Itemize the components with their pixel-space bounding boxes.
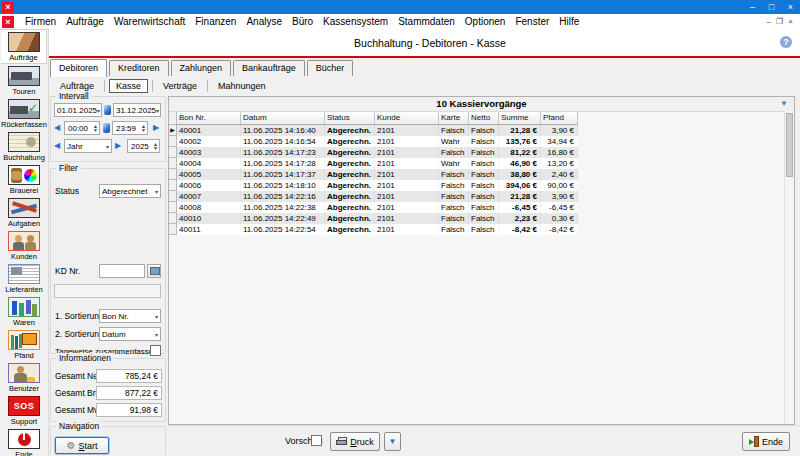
sidebar-item-touren[interactable]: Touren xyxy=(1,64,47,97)
tab-bankauftr-ge[interactable]: Bankaufträge xyxy=(233,60,305,76)
table-row[interactable]: 4000211.06.2025 14:16:54Abgerechn.2101Wa… xyxy=(169,136,794,147)
menu-item-stammdaten[interactable]: Stammdaten xyxy=(393,15,460,29)
subtab-auftr-ge[interactable]: Aufträge xyxy=(50,81,104,91)
sort2-combo[interactable]: Datum▾ xyxy=(99,327,161,341)
column-header-bon-nr[interactable]: Bon Nr. xyxy=(177,112,241,125)
sidebar-item-lieferanten[interactable]: Lieferanten xyxy=(1,262,47,295)
menu-item-optionen[interactable]: Optionen xyxy=(460,15,511,29)
customers-icon xyxy=(8,231,40,251)
table-row[interactable]: 4000311.06.2025 14:17:23Abgerechn.2101Fa… xyxy=(169,147,794,158)
prev-period-icon[interactable]: ◀ xyxy=(54,139,60,153)
column-header-datum[interactable]: Datum xyxy=(241,112,325,125)
sidebar-item-benutzer[interactable]: Benutzer xyxy=(1,361,47,394)
druck-button[interactable]: Druck xyxy=(330,432,380,451)
column-header-karte[interactable]: Karte xyxy=(439,112,469,125)
window-maximize-button[interactable]: □ xyxy=(762,1,781,14)
sidebar-item-buchhaltung[interactable]: Buchhaltung xyxy=(1,130,47,163)
prev-interval-icon[interactable]: ◀ xyxy=(54,121,60,135)
year-spinner[interactable]: 2025 ▲▼ xyxy=(127,139,160,153)
sidebar-item-label: Lieferanten xyxy=(5,285,43,294)
cell-status: Abgerechn. xyxy=(325,136,375,147)
table-row[interactable]: 4000511.06.2025 14:17:37Abgerechn.2101Fa… xyxy=(169,169,794,180)
link-times-icon[interactable] xyxy=(103,123,110,133)
window-minimize-button[interactable]: – xyxy=(743,1,762,14)
spinner-arrows-icon[interactable]: ▲▼ xyxy=(153,142,158,150)
tab-b-cher[interactable]: Bücher xyxy=(307,60,354,76)
vorschau-checkbox[interactable] xyxy=(311,435,322,446)
date-from-combo[interactable]: 01.01.2025▾ xyxy=(54,103,102,117)
sidebar-item-ende[interactable]: Ende xyxy=(1,427,47,456)
table-row[interactable]: 4001111.06.2025 14:22:54Abgerechn.2101Fa… xyxy=(169,224,794,235)
sidebar-item-brauerei[interactable]: Brauerei xyxy=(1,163,47,196)
subtab-kasse[interactable]: Kasse xyxy=(109,79,148,93)
sidebar-item-r-ckerfassen[interactable]: Rückerfassen xyxy=(1,97,47,130)
kdnr-lookup-button[interactable] xyxy=(147,264,161,278)
tab-debitoren[interactable]: Debitoren xyxy=(50,59,107,77)
cell-summe: 2,23 € xyxy=(499,213,541,224)
menu-item-b-ro[interactable]: Büro xyxy=(287,15,318,29)
spinner-arrows-icon[interactable]: ▲▼ xyxy=(141,124,146,132)
cell-pfand: 13,20 € xyxy=(541,158,578,169)
table-row[interactable]: ▶4000111.06.2025 14:16:40Abgerechn.2101F… xyxy=(169,125,794,136)
cell-netto: Falsch xyxy=(469,180,499,191)
tab-zahlungen[interactable]: Zahlungen xyxy=(171,60,232,76)
time-to-spinner[interactable]: 23:59 ▲▼ xyxy=(112,121,148,135)
help-icon[interactable]: ? xyxy=(780,36,792,48)
accent-divider xyxy=(46,56,800,58)
mdi-restore-button[interactable]: ❐ xyxy=(774,16,785,28)
spinner-arrows-icon[interactable]: ▲▼ xyxy=(93,124,98,132)
mdi-minimize-button[interactable]: – xyxy=(763,16,774,28)
period-combo[interactable]: Jahr▾ xyxy=(64,139,112,153)
kdnr-input[interactable] xyxy=(99,264,145,278)
vertical-scrollbar[interactable] xyxy=(784,111,794,424)
table-row[interactable]: 4000411.06.2025 14:17:28Abgerechn.2101Wa… xyxy=(169,158,794,169)
caption-dropdown-icon[interactable]: ▼ xyxy=(780,97,788,110)
gear-icon: ⚙ xyxy=(67,441,76,451)
menu-item-hilfe[interactable]: Hilfe xyxy=(554,15,584,29)
subtab-vertr-ge[interactable]: Verträge xyxy=(153,81,207,91)
start-button[interactable]: ⚙ Start xyxy=(55,437,109,454)
sort1-combo[interactable]: Bon Nr.▾ xyxy=(99,309,161,323)
sidebar-item-waren[interactable]: Waren xyxy=(1,295,47,328)
recapture-icon xyxy=(8,99,40,119)
menu-item-kassensystem[interactable]: Kassensystem xyxy=(318,15,393,29)
table-row[interactable]: 4001011.06.2025 14:22:49Abgerechn.2101Fa… xyxy=(169,213,794,224)
column-header-pfand[interactable]: Pfand xyxy=(541,112,578,125)
menu-item-fenster[interactable]: Fenster xyxy=(510,15,554,29)
column-header-netto[interactable]: Netto xyxy=(469,112,499,125)
menu-item-firmen[interactable]: Firmen xyxy=(20,15,61,29)
column-header-status[interactable]: Status xyxy=(325,112,375,125)
row-marker-cell xyxy=(169,202,177,213)
tab-kreditoren[interactable]: Kreditoren xyxy=(109,60,169,76)
column-header-summe[interactable]: Summe xyxy=(499,112,541,125)
cell-pfand: 2,40 € xyxy=(541,169,578,180)
status-combo[interactable]: Abgerechnet▾ xyxy=(99,184,161,198)
menu-item-warenwirtschaft[interactable]: Warenwirtschaft xyxy=(109,15,190,29)
ende-button[interactable]: Ende xyxy=(742,432,790,451)
mdi-close-button[interactable]: × xyxy=(785,16,796,28)
sidebar-item-pfand[interactable]: Pfand xyxy=(1,328,47,361)
next-interval-icon[interactable]: ▶ xyxy=(153,121,159,135)
table-row[interactable]: 4000611.06.2025 14:18:10Abgerechn.2101Fa… xyxy=(169,180,794,191)
link-dates-icon[interactable] xyxy=(104,105,111,115)
table-row[interactable]: 4000711.06.2025 14:22:16Abgerechn.2101Fa… xyxy=(169,191,794,202)
sidebar-item-support[interactable]: SOSSupport xyxy=(1,394,47,427)
time-from-spinner[interactable]: 00:00 ▲▼ xyxy=(64,121,100,135)
scrollbar-thumb[interactable] xyxy=(786,113,793,177)
tab-bar-modules: DebitorenKreditorenZahlungenBankaufträge… xyxy=(50,59,355,76)
date-to-combo[interactable]: 31.12.2025▾ xyxy=(113,103,161,117)
next-period-icon[interactable]: ▶ xyxy=(115,139,121,153)
tageweise-checkbox[interactable] xyxy=(150,345,161,356)
menu-item-finanzen[interactable]: Finanzen xyxy=(190,15,241,29)
druck-dropdown-button[interactable]: ▼ xyxy=(384,432,401,451)
cell-karte: Falsch xyxy=(439,125,469,136)
menu-item-auftr-ge[interactable]: Aufträge xyxy=(61,15,109,29)
sidebar-item-aufgaben[interactable]: Aufgaben xyxy=(1,196,47,229)
window-close-button[interactable]: × xyxy=(781,1,800,14)
subtab-mahnungen[interactable]: Mahnungen xyxy=(208,81,276,91)
column-header-kunde[interactable]: Kunde xyxy=(375,112,439,125)
table-row[interactable]: 4000811.06.2025 14:22:38Abgerechn.2101Fa… xyxy=(169,202,794,213)
menu-item-analyse[interactable]: Analyse xyxy=(241,15,287,29)
sidebar-item-auftr-ge[interactable]: Aufträge xyxy=(1,29,47,64)
sidebar-item-kunden[interactable]: Kunden xyxy=(1,229,47,262)
